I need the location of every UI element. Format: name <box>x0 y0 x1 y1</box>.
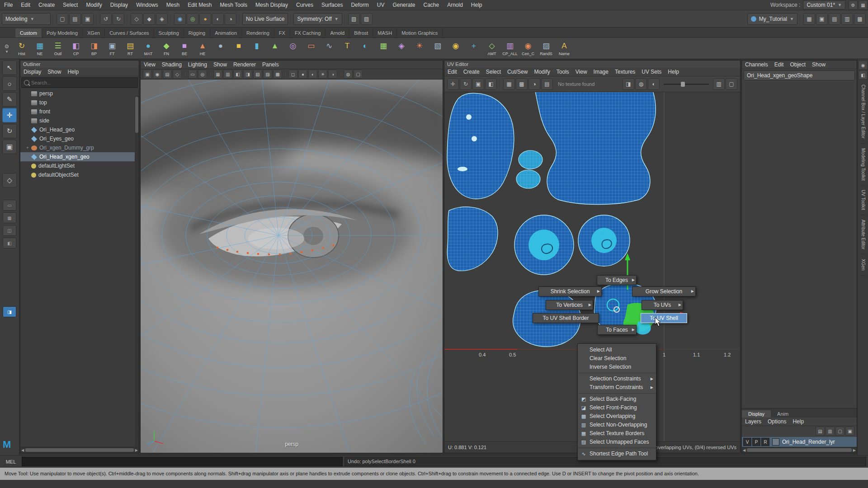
shelf-button[interactable]: ● <box>212 39 229 58</box>
layout-persp-outliner-button[interactable]: ◧ <box>3 238 16 249</box>
symmetry-selector[interactable]: Symmetry: Off▼ <box>293 13 342 25</box>
context-menu-item[interactable]: ◪Select Front-Facing <box>578 404 656 412</box>
pin-panel-icon[interactable]: ◉ <box>859 61 868 70</box>
uv-texture-display-icon[interactable]: ◨ <box>623 78 634 90</box>
uv-menu-item[interactable]: Textures <box>612 68 638 76</box>
uv-menu-item[interactable]: Help <box>665 68 682 76</box>
new-scene-icon[interactable]: ▢ <box>57 13 68 25</box>
outliner-menu-item[interactable]: Help <box>64 68 82 76</box>
menu-set-selector[interactable]: Modeling▼ <box>2 13 51 25</box>
open-scene-icon[interactable]: ▤ <box>69 13 81 25</box>
context-menu-item[interactable]: Selection Constraints▶ <box>578 375 656 383</box>
isolate-select-icon[interactable]: ▢ <box>354 70 363 79</box>
uv-brightness-slider[interactable] <box>664 84 709 85</box>
rotate-tool[interactable]: ↻ <box>2 124 17 138</box>
workspace-gear-icon[interactable]: ⚙ <box>849 0 858 9</box>
camera-attrs-icon[interactable]: ▤ <box>163 70 172 79</box>
grid-icon[interactable]: ▦ <box>213 70 222 79</box>
field-chart-icon[interactable]: ▧ <box>253 70 262 79</box>
shelf-button[interactable]: ▭ <box>302 39 320 58</box>
uv-rotate-icon[interactable]: ↻ <box>460 78 472 90</box>
shelf-button[interactable]: ▲ <box>266 39 283 58</box>
shelf-button[interactable]: ▦ NE <box>31 39 48 58</box>
shelf-button[interactable]: ■ <box>230 39 247 58</box>
menubar-item[interactable]: Edit Mesh <box>184 0 216 10</box>
select-camera-icon[interactable]: ▣ <box>143 70 152 79</box>
film-gate-icon[interactable]: ▥ <box>223 70 232 79</box>
shelf-button[interactable]: ◧ CP <box>67 39 85 58</box>
menubar-item[interactable]: Select <box>59 0 82 10</box>
marking-menu-shrink-selection[interactable]: Shrink Selection▶ <box>538 286 602 296</box>
channel-box-menu-item[interactable]: Edit <box>771 61 787 69</box>
outliner-item[interactable]: Ori_Head_geo <box>20 125 139 134</box>
outliner-menu-item[interactable]: Show <box>44 68 64 76</box>
layer-menu-item[interactable]: Layers <box>742 418 764 426</box>
context-menu-item[interactable]: ◩Select Back-Facing <box>578 395 656 404</box>
snap-view-icon[interactable]: ◑ <box>225 13 236 25</box>
shelf-tab[interactable]: XGen <box>83 28 105 38</box>
shelf-tab[interactable]: Rendering <box>242 28 274 38</box>
expand-toggle[interactable]: + <box>25 145 30 150</box>
bookmark-icon[interactable]: ◇ <box>173 70 182 79</box>
image-plane-icon[interactable]: ▭ <box>188 70 197 79</box>
wireframe-icon[interactable]: ▤ <box>829 13 840 25</box>
render-layer-row[interactable]: V P R Ori_Head_Render_lyr <box>742 437 857 447</box>
uv-menu-item[interactable]: Modify <box>531 68 553 76</box>
uv-scale-icon[interactable]: ▣ <box>472 78 484 90</box>
context-menu-item[interactable]: ▨Select Unmapped Faces <box>578 438 656 446</box>
uv-distortion-icon[interactable]: ◑ <box>528 78 540 90</box>
shaded-mode-icon[interactable]: ● <box>298 70 307 79</box>
isolate-icon[interactable]: ▣ <box>816 13 828 25</box>
viewport-canvas[interactable]: persp <box>141 80 443 453</box>
shelf-button[interactable]: ◐ <box>357 39 374 58</box>
uv-move-icon[interactable]: ✛ <box>447 78 459 90</box>
shelf-button[interactable]: ↻ Hist <box>13 39 30 58</box>
outliner-item[interactable]: persp <box>20 89 139 98</box>
channel-box-menu-item[interactable]: Channels <box>742 61 771 69</box>
shelf-options-gear-icon[interactable]: ⚙▼ <box>1 39 13 57</box>
xray-icon[interactable]: ◍ <box>344 70 353 79</box>
uv-menu-item[interactable]: Create <box>460 68 483 76</box>
context-menu-item[interactable]: ▥Select Non-Overlapping <box>578 421 656 429</box>
shelf-button[interactable]: T <box>339 39 356 58</box>
marking-menu-to-uvs[interactable]: To UVs▶ <box>642 300 683 310</box>
shelf-tab[interactable]: Curves / Surfaces <box>105 28 154 38</box>
channel-box-menu-item[interactable]: Show <box>809 61 829 69</box>
shelf-button[interactable]: ▨ RandS <box>538 39 555 58</box>
sidebar-vertical-tab[interactable]: Modeling Toolkit <box>861 144 866 186</box>
snap-grid-icon[interactable]: ◉ <box>174 13 186 25</box>
uv-grid-icon[interactable]: ▦ <box>503 78 515 90</box>
outliner-item[interactable]: Ori_Eyes_geo <box>20 134 139 143</box>
workspace-layout-icon[interactable]: ▦ <box>859 0 868 9</box>
uv-dim-image-icon[interactable]: ◐ <box>648 78 660 90</box>
viewport-menu-item[interactable]: Shading <box>159 61 185 69</box>
sidebar-vertical-tab[interactable]: XGen <box>861 254 866 276</box>
uv-menu-item[interactable]: Edit <box>444 68 460 76</box>
marking-menu-to-uv-shell[interactable]: To UV Shell <box>641 313 687 323</box>
shelf-button[interactable]: ▦ <box>375 39 392 58</box>
textured-mode-icon[interactable]: ◐ <box>308 70 317 79</box>
undo-icon[interactable]: ↺ <box>100 13 112 25</box>
context-menu-item[interactable]: Transform Constraints▶ <box>578 383 656 392</box>
uv-menu-item[interactable]: Tools <box>553 68 572 76</box>
shelf-button[interactable]: ▮ <box>248 39 265 58</box>
grid-toggle-icon[interactable]: ▦ <box>803 13 815 25</box>
menubar-item[interactable]: Mesh Tools <box>216 0 251 10</box>
shelf-tab[interactable]: Motion Graphics <box>397 28 443 38</box>
sidebar-vertical-tab[interactable]: Channel Box / Layer Editor <box>861 80 866 144</box>
shelf-button[interactable]: ☀ <box>411 39 428 58</box>
outliner-item[interactable]: + Ori_xgen_Dummy_grp <box>20 143 139 152</box>
gate-mask-icon[interactable]: ◨ <box>243 70 252 79</box>
shelf-tab[interactable]: Sculpting <box>154 28 184 38</box>
viewport-menu-item[interactable]: Lighting <box>185 61 210 69</box>
menubar-item[interactable]: Arnold <box>443 0 467 10</box>
render-icon[interactable]: ▨ <box>361 13 373 25</box>
shelf-tab[interactable]: Rigging <box>184 28 210 38</box>
layer-color-swatch[interactable] <box>772 438 779 446</box>
menubar-item[interactable]: Generate <box>388 0 419 10</box>
layer-menu-item[interactable]: Options <box>764 418 789 426</box>
tab-display[interactable]: Display <box>742 410 771 418</box>
layout-two-pane-button[interactable]: ◫ <box>3 225 16 236</box>
2d-pan-zoom-icon[interactable]: ◎ <box>198 70 207 79</box>
move-layer-up-icon[interactable]: ▤ <box>816 427 825 436</box>
